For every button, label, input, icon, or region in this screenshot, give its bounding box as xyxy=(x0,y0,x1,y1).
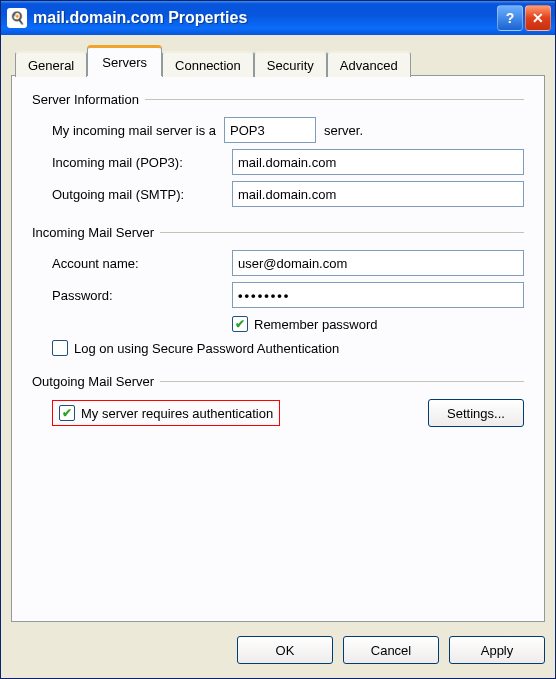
label-incoming-type: My incoming mail server is a xyxy=(52,123,216,138)
row-spa[interactable]: Log on using Secure Password Authenticat… xyxy=(52,340,524,356)
auth-checkbox[interactable] xyxy=(59,405,75,421)
row-account-name: Account name: xyxy=(52,250,524,276)
button-bar: OK Cancel Apply xyxy=(1,622,555,678)
label-account-name: Account name: xyxy=(52,256,232,271)
group-divider xyxy=(160,232,524,233)
incoming-server-field[interactable] xyxy=(232,149,524,175)
label-remember-password: Remember password xyxy=(254,317,378,332)
group-outgoing-mail-server: Outgoing Mail Server My server requires … xyxy=(32,374,524,427)
row-incoming-server: Incoming mail (POP3): xyxy=(52,149,524,175)
label-incoming-type-suffix: server. xyxy=(324,123,363,138)
tab-servers[interactable]: Servers xyxy=(87,45,162,76)
tabstrip: General Servers Connection Security Adva… xyxy=(15,45,545,75)
tab-advanced[interactable]: Advanced xyxy=(327,51,411,77)
app-icon-glyph: 🍳 xyxy=(10,11,25,25)
ok-button[interactable]: OK xyxy=(237,636,333,664)
tab-general[interactable]: General xyxy=(15,51,87,77)
label-spa: Log on using Secure Password Authenticat… xyxy=(74,341,339,356)
row-incoming-type: My incoming mail server is a server. xyxy=(52,117,524,143)
outgoing-server-field[interactable] xyxy=(232,181,524,207)
account-name-field[interactable] xyxy=(232,250,524,276)
group-label-incoming: Incoming Mail Server xyxy=(32,225,160,240)
label-outgoing-server: Outgoing mail (SMTP): xyxy=(52,187,232,202)
tab-connection[interactable]: Connection xyxy=(162,51,254,77)
tab-security[interactable]: Security xyxy=(254,51,327,77)
row-outgoing-server: Outgoing mail (SMTP): xyxy=(52,181,524,207)
help-button[interactable]: ? xyxy=(497,5,523,31)
titlebar[interactable]: 🍳 mail.domain.com Properties ? ✕ xyxy=(1,1,555,35)
client-area: General Servers Connection Security Adva… xyxy=(1,35,555,622)
group-divider xyxy=(160,381,524,382)
group-label-outgoing: Outgoing Mail Server xyxy=(32,374,160,389)
properties-dialog: 🍳 mail.domain.com Properties ? ✕ General… xyxy=(0,0,556,679)
row-auth: My server requires authentication Settin… xyxy=(52,399,524,427)
group-label-server-information: Server Information xyxy=(32,92,145,107)
row-remember-password[interactable]: Remember password xyxy=(232,316,524,332)
close-button[interactable]: ✕ xyxy=(525,5,551,31)
remember-password-checkbox[interactable] xyxy=(232,316,248,332)
auth-highlight: My server requires authentication xyxy=(52,400,280,426)
cancel-button[interactable]: Cancel xyxy=(343,636,439,664)
label-incoming-server: Incoming mail (POP3): xyxy=(52,155,232,170)
window-title: mail.domain.com Properties xyxy=(33,9,495,27)
label-auth: My server requires authentication xyxy=(81,406,273,421)
incoming-type-field xyxy=(224,117,316,143)
app-icon: 🍳 xyxy=(7,8,27,28)
group-divider xyxy=(145,99,524,100)
apply-button[interactable]: Apply xyxy=(449,636,545,664)
row-password: Password: xyxy=(52,282,524,308)
group-server-information: Server Information My incoming mail serv… xyxy=(32,92,524,207)
spa-checkbox[interactable] xyxy=(52,340,68,356)
tab-panel-servers: Server Information My incoming mail serv… xyxy=(11,75,545,622)
password-field[interactable] xyxy=(232,282,524,308)
group-incoming-mail-server: Incoming Mail Server Account name: Passw… xyxy=(32,225,524,356)
settings-button[interactable]: Settings... xyxy=(428,399,524,427)
label-password: Password: xyxy=(52,288,232,303)
